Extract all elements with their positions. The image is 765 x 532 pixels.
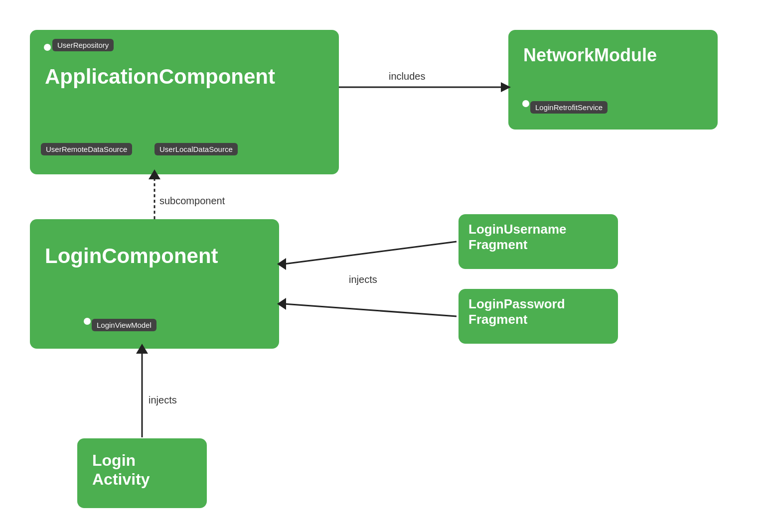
application-component-title: ApplicationComponent bbox=[45, 65, 275, 89]
login-activity-title: LoginActivity bbox=[92, 451, 150, 489]
application-component-box: UserRepository ApplicationComponent User… bbox=[30, 30, 339, 174]
login-username-fragment-box: LoginUsernameFragment bbox=[459, 214, 618, 269]
svg-line-6 bbox=[284, 304, 457, 316]
login-retrofit-service-dot bbox=[522, 100, 529, 107]
login-view-model-dot bbox=[84, 318, 91, 325]
login-view-model-label: LoginViewModel bbox=[92, 319, 156, 331]
user-local-data-source-label: UserLocalDataSource bbox=[154, 143, 238, 155]
injects-bottom-label: injects bbox=[149, 395, 177, 405]
network-module-box: NetworkModule LoginRetrofitService bbox=[508, 30, 718, 130]
injects-right-label: injects bbox=[349, 274, 377, 285]
login-component-box: LoginComponent LoginViewModel bbox=[30, 219, 279, 349]
user-remote-data-source-label: UserRemoteDataSource bbox=[41, 143, 132, 155]
login-component-title: LoginComponent bbox=[45, 244, 218, 268]
diagram-container: UserRepository ApplicationComponent User… bbox=[0, 0, 765, 532]
login-activity-box: LoginActivity bbox=[77, 438, 207, 508]
login-username-fragment-title: LoginUsernameFragment bbox=[468, 222, 567, 253]
includes-label: includes bbox=[389, 71, 425, 82]
login-password-fragment-box: LoginPasswordFragment bbox=[459, 289, 618, 344]
user-repository-label: UserRepository bbox=[52, 39, 114, 51]
svg-line-4 bbox=[284, 242, 457, 264]
login-retrofit-service-label: LoginRetrofitService bbox=[530, 101, 608, 114]
network-module-title: NetworkModule bbox=[523, 45, 657, 66]
login-password-fragment-title: LoginPasswordFragment bbox=[468, 296, 565, 327]
subcomponent-label: subcomponent bbox=[159, 195, 225, 206]
user-repository-dot bbox=[44, 44, 51, 51]
